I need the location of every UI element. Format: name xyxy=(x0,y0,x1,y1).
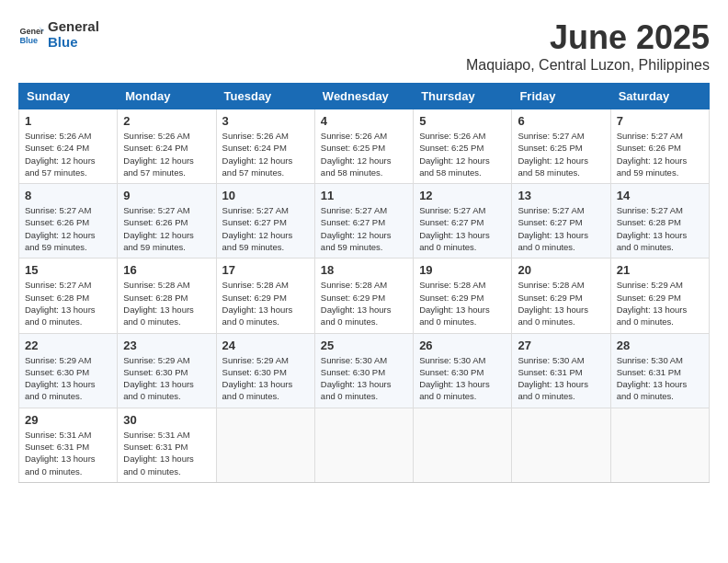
header: General Blue General Blue June 2025 Maqu… xyxy=(18,18,710,74)
calendar-day-cell: 1Sunrise: 5:26 AM Sunset: 6:24 PM Daylig… xyxy=(19,109,118,184)
day-number: 6 xyxy=(518,114,604,128)
day-number: 28 xyxy=(617,339,703,352)
calendar-day-cell: 30Sunrise: 5:31 AM Sunset: 6:31 PM Dayli… xyxy=(118,408,216,482)
calendar-table: SundayMondayTuesdayWednesdayThursdayFrid… xyxy=(18,83,710,483)
day-info: Sunrise: 5:26 AM Sunset: 6:25 PM Dayligh… xyxy=(321,130,407,178)
calendar-day-cell: 2Sunrise: 5:26 AM Sunset: 6:24 PM Daylig… xyxy=(118,109,216,184)
calendar-day-cell: 16Sunrise: 5:28 AM Sunset: 6:28 PM Dayli… xyxy=(118,259,216,333)
calendar-header-cell: Wednesday xyxy=(314,84,413,109)
calendar-day-cell xyxy=(314,408,413,482)
day-info: Sunrise: 5:31 AM Sunset: 6:31 PM Dayligh… xyxy=(123,429,210,477)
calendar-day-cell: 7Sunrise: 5:27 AM Sunset: 6:26 PM Daylig… xyxy=(610,109,709,184)
day-number: 27 xyxy=(518,339,604,352)
day-number: 4 xyxy=(321,114,407,128)
day-number: 30 xyxy=(123,413,210,427)
day-number: 17 xyxy=(222,263,309,277)
day-number: 2 xyxy=(123,114,210,128)
day-info: Sunrise: 5:27 AM Sunset: 6:27 PM Dayligh… xyxy=(518,204,604,253)
day-info: Sunrise: 5:26 AM Sunset: 6:25 PM Dayligh… xyxy=(419,130,506,178)
day-info: Sunrise: 5:27 AM Sunset: 6:28 PM Dayligh… xyxy=(25,279,111,327)
day-info: Sunrise: 5:29 AM Sunset: 6:30 PM Dayligh… xyxy=(222,354,309,403)
calendar-day-cell: 15Sunrise: 5:27 AM Sunset: 6:28 PM Dayli… xyxy=(19,259,118,333)
logo-line1: General xyxy=(48,18,99,34)
day-info: Sunrise: 5:27 AM Sunset: 6:26 PM Dayligh… xyxy=(25,204,111,253)
calendar-day-cell: 4Sunrise: 5:26 AM Sunset: 6:25 PM Daylig… xyxy=(314,109,413,184)
calendar-day-cell: 25Sunrise: 5:30 AM Sunset: 6:30 PM Dayli… xyxy=(314,333,413,408)
day-number: 29 xyxy=(25,413,111,427)
calendar-day-cell: 21Sunrise: 5:29 AM Sunset: 6:29 PM Dayli… xyxy=(610,259,709,333)
calendar-day-cell: 8Sunrise: 5:27 AM Sunset: 6:26 PM Daylig… xyxy=(19,184,118,259)
day-info: Sunrise: 5:30 AM Sunset: 6:31 PM Dayligh… xyxy=(518,354,604,403)
calendar-header-row: SundayMondayTuesdayWednesdayThursdayFrid… xyxy=(19,84,710,109)
month-title: June 2025 xyxy=(466,18,710,57)
calendar-day-cell: 5Sunrise: 5:26 AM Sunset: 6:25 PM Daylig… xyxy=(414,109,512,184)
calendar-day-cell: 29Sunrise: 5:31 AM Sunset: 6:31 PM Dayli… xyxy=(19,408,118,482)
svg-text:Blue: Blue xyxy=(19,36,38,45)
day-info: Sunrise: 5:27 AM Sunset: 6:28 PM Dayligh… xyxy=(617,204,703,253)
day-number: 19 xyxy=(419,263,506,277)
day-info: Sunrise: 5:28 AM Sunset: 6:29 PM Dayligh… xyxy=(419,279,506,327)
calendar-day-cell: 22Sunrise: 5:29 AM Sunset: 6:30 PM Dayli… xyxy=(19,333,118,408)
calendar-day-cell: 24Sunrise: 5:29 AM Sunset: 6:30 PM Dayli… xyxy=(216,333,314,408)
day-number: 13 xyxy=(518,189,604,202)
day-number: 23 xyxy=(123,339,210,352)
day-info: Sunrise: 5:27 AM Sunset: 6:27 PM Dayligh… xyxy=(321,204,407,253)
day-number: 10 xyxy=(222,189,309,202)
day-info: Sunrise: 5:26 AM Sunset: 6:24 PM Dayligh… xyxy=(123,130,210,178)
calendar-day-cell: 3Sunrise: 5:26 AM Sunset: 6:24 PM Daylig… xyxy=(216,109,314,184)
day-number: 14 xyxy=(617,189,703,202)
calendar-header-cell: Monday xyxy=(118,84,216,109)
day-number: 26 xyxy=(419,339,506,352)
day-number: 3 xyxy=(222,114,309,128)
day-info: Sunrise: 5:30 AM Sunset: 6:30 PM Dayligh… xyxy=(321,354,407,403)
day-number: 8 xyxy=(25,189,111,202)
day-number: 12 xyxy=(419,189,506,202)
day-info: Sunrise: 5:28 AM Sunset: 6:29 PM Dayligh… xyxy=(321,279,407,327)
calendar-day-cell xyxy=(216,408,314,482)
calendar-day-cell xyxy=(512,408,610,482)
day-info: Sunrise: 5:27 AM Sunset: 6:26 PM Dayligh… xyxy=(123,204,210,253)
calendar-day-cell: 11Sunrise: 5:27 AM Sunset: 6:27 PM Dayli… xyxy=(314,184,413,259)
calendar-day-cell: 10Sunrise: 5:27 AM Sunset: 6:27 PM Dayli… xyxy=(216,184,314,259)
calendar-day-cell: 6Sunrise: 5:27 AM Sunset: 6:25 PM Daylig… xyxy=(512,109,610,184)
title-area: June 2025 Maquiapo, Central Luzon, Phili… xyxy=(466,18,710,74)
calendar-day-cell: 20Sunrise: 5:28 AM Sunset: 6:29 PM Dayli… xyxy=(512,259,610,333)
day-number: 20 xyxy=(518,263,604,277)
page-container: General Blue General Blue June 2025 Maqu… xyxy=(18,18,710,483)
calendar-week-row: 29Sunrise: 5:31 AM Sunset: 6:31 PM Dayli… xyxy=(19,408,710,482)
svg-text:General: General xyxy=(19,27,44,36)
day-info: Sunrise: 5:30 AM Sunset: 6:30 PM Dayligh… xyxy=(419,354,506,403)
calendar-day-cell: 28Sunrise: 5:30 AM Sunset: 6:31 PM Dayli… xyxy=(610,333,709,408)
day-number: 9 xyxy=(123,189,210,202)
day-number: 15 xyxy=(25,263,111,277)
calendar-header-cell: Friday xyxy=(512,84,610,109)
calendar-day-cell: 17Sunrise: 5:28 AM Sunset: 6:29 PM Dayli… xyxy=(216,259,314,333)
calendar-day-cell: 26Sunrise: 5:30 AM Sunset: 6:30 PM Dayli… xyxy=(414,333,512,408)
calendar-day-cell: 27Sunrise: 5:30 AM Sunset: 6:31 PM Dayli… xyxy=(512,333,610,408)
calendar-week-row: 15Sunrise: 5:27 AM Sunset: 6:28 PM Dayli… xyxy=(19,259,710,333)
calendar-header-cell: Sunday xyxy=(19,84,118,109)
calendar-week-row: 8Sunrise: 5:27 AM Sunset: 6:26 PM Daylig… xyxy=(19,184,710,259)
calendar-day-cell: 13Sunrise: 5:27 AM Sunset: 6:27 PM Dayli… xyxy=(512,184,610,259)
day-info: Sunrise: 5:28 AM Sunset: 6:29 PM Dayligh… xyxy=(518,279,604,327)
calendar-day-cell: 12Sunrise: 5:27 AM Sunset: 6:27 PM Dayli… xyxy=(414,184,512,259)
calendar-day-cell: 19Sunrise: 5:28 AM Sunset: 6:29 PM Dayli… xyxy=(414,259,512,333)
day-number: 25 xyxy=(321,339,407,352)
logo-line2: Blue xyxy=(48,34,99,50)
day-info: Sunrise: 5:27 AM Sunset: 6:27 PM Dayligh… xyxy=(222,204,309,253)
calendar-day-cell: 18Sunrise: 5:28 AM Sunset: 6:29 PM Dayli… xyxy=(314,259,413,333)
day-number: 11 xyxy=(321,189,407,202)
calendar-day-cell xyxy=(610,408,709,482)
day-info: Sunrise: 5:28 AM Sunset: 6:29 PM Dayligh… xyxy=(222,279,309,327)
day-info: Sunrise: 5:29 AM Sunset: 6:30 PM Dayligh… xyxy=(123,354,210,403)
day-info: Sunrise: 5:27 AM Sunset: 6:27 PM Dayligh… xyxy=(419,204,506,253)
day-info: Sunrise: 5:31 AM Sunset: 6:31 PM Dayligh… xyxy=(25,429,111,477)
day-number: 18 xyxy=(321,263,407,277)
day-number: 24 xyxy=(222,339,309,352)
calendar-header-cell: Thursday xyxy=(414,84,512,109)
calendar-day-cell: 14Sunrise: 5:27 AM Sunset: 6:28 PM Dayli… xyxy=(610,184,709,259)
day-info: Sunrise: 5:30 AM Sunset: 6:31 PM Dayligh… xyxy=(617,354,703,403)
logo-icon: General Blue xyxy=(18,21,44,47)
calendar-day-cell: 23Sunrise: 5:29 AM Sunset: 6:30 PM Dayli… xyxy=(118,333,216,408)
day-info: Sunrise: 5:27 AM Sunset: 6:26 PM Dayligh… xyxy=(617,130,703,178)
